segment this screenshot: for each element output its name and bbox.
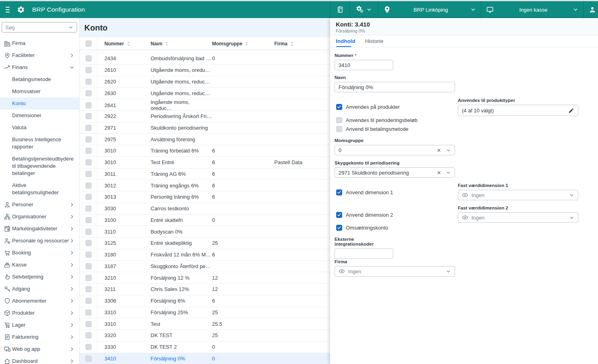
column-header-momsgruppe[interactable]: Momsgruppe	[212, 41, 274, 47]
produkttyper-field[interactable]: (4 af 10 valgt)	[458, 105, 578, 116]
checkbox-row-anvendes-pa-produkter[interactable]: Anvendes på produkter	[336, 104, 400, 110]
sidebar-item[interactable]: Faciliteter	[0, 49, 79, 61]
row-checkbox[interactable]	[86, 125, 92, 131]
table-row[interactable]: 3012 Träning engångs 6% 6	[80, 180, 330, 191]
clear-icon[interactable]: ×	[437, 147, 441, 154]
table-row[interactable]: 3010 Träning förbetald 6% 6	[80, 145, 330, 157]
checkbox[interactable]	[336, 189, 342, 195]
user-button[interactable]	[583, 1, 598, 18]
firma-select[interactable]: Ingen	[335, 266, 455, 277]
sidebar-item[interactable]: Finans	[0, 61, 79, 73]
table-row[interactable]: 3310 Försäljning 25% 25	[80, 307, 330, 319]
table-row[interactable]: 3211 Chris Sales 12% 12	[80, 284, 330, 295]
row-checkbox[interactable]	[86, 148, 92, 154]
sidebar-item[interactable]: Fakturering	[0, 331, 79, 343]
column-header-nummer[interactable]: Nummer	[97, 41, 151, 47]
sidebar-item[interactable]: Selvbetjening	[0, 271, 79, 283]
checkbox[interactable]	[336, 225, 342, 231]
table-row[interactable]: 2922 Periodisering Årskort Fri…	[80, 111, 330, 122]
sidebar-item[interactable]: Personale og ressourcer	[0, 235, 79, 247]
sidebar-item[interactable]: Web og app	[0, 343, 79, 355]
sidebar-item[interactable]: Personer	[0, 199, 79, 211]
checkbox[interactable]	[336, 126, 342, 132]
sidebar-item[interactable]: Momssatser	[0, 85, 79, 98]
row-checkbox[interactable]	[86, 229, 92, 235]
table-row[interactable]: 3125 Entré skattepliktig 25	[80, 238, 330, 249]
facility-selector[interactable]: BRP Linköping	[378, 1, 481, 18]
clear-icon[interactable]: ×	[437, 169, 441, 176]
row-checkbox[interactable]	[86, 136, 92, 142]
tab-indhold[interactable]: Indhold	[336, 38, 355, 44]
row-checkbox[interactable]	[86, 205, 92, 211]
sidebar-item[interactable]: Produkter	[0, 307, 79, 319]
column-header-firma[interactable]: Firma	[274, 41, 330, 47]
sidebar-item[interactable]: Valuta	[0, 122, 79, 134]
table-row[interactable]: 3210 Försäljning 12 % 12	[80, 272, 330, 284]
table-row[interactable]: 2630 Utgående moms, reduc…	[80, 87, 330, 99]
table-row[interactable]: 2975 Avsättning förening	[80, 134, 330, 145]
table-row[interactable]: 3187 Skuggkonto Återförd pe…	[80, 261, 330, 272]
row-checkbox[interactable]	[86, 79, 92, 85]
row-checkbox[interactable]	[86, 356, 92, 362]
table-row[interactable]: 3011 Träning AG 6% 6	[80, 169, 330, 180]
chevron-down-icon[interactable]	[569, 215, 574, 220]
table-row[interactable]: 3110 Bodyscan 0%	[80, 226, 330, 238]
table-row[interactable]: 3030 Carros testkonto	[80, 203, 330, 215]
sidebar-item[interactable]: Firma	[0, 37, 79, 49]
checkbox-row-omsaetningskonto[interactable]: Omsætningskonto	[336, 225, 388, 231]
row-checkbox[interactable]	[86, 55, 92, 61]
table-row[interactable]: 3320 DK TEST 25	[80, 330, 330, 342]
table-row[interactable]: 2620 Utgående moms, reduc…	[80, 76, 330, 88]
table-row[interactable]: 3180 Friskvård 12 mån 6% M… 6	[80, 249, 330, 261]
checkbox-row-betalingsmetode[interactable]: Anvend til betalingsmetode	[336, 126, 408, 132]
navn-input[interactable]	[339, 84, 451, 90]
kasse-selector[interactable]: Ingen kasse	[481, 1, 583, 18]
sort-icon[interactable]	[126, 41, 131, 46]
table-row[interactable]: 2434 Ombudsförsäljning bad … 0	[80, 53, 330, 65]
row-checkbox[interactable]	[86, 263, 92, 269]
sidebar-item[interactable]: Lager	[0, 319, 79, 331]
sidebar-item[interactable]: Betalingstjenesteudbydere til tilbageven…	[0, 153, 79, 179]
sidebar-item[interactable]: Betalingsmetode	[0, 73, 79, 85]
row-checkbox[interactable]	[86, 321, 92, 327]
sort-icon[interactable]	[290, 41, 294, 46]
sidebar-item[interactable]: Abonnementer	[0, 295, 79, 307]
fast-vaerdidimension-1-select[interactable]: Ingen	[458, 190, 578, 200]
row-checkbox[interactable]	[86, 217, 92, 223]
journal-button[interactable]	[330, 1, 349, 18]
sidebar-item[interactable]: Booking	[0, 247, 79, 259]
sidebar-item[interactable]: Dashboard	[0, 355, 79, 364]
row-checkbox[interactable]	[86, 113, 92, 119]
sidebar-item[interactable]: Marketingaktiviteter	[0, 223, 79, 235]
nummer-input[interactable]	[339, 62, 389, 68]
row-checkbox[interactable]	[86, 298, 92, 304]
table-row[interactable]: 3330 DK TEST 2 0	[80, 342, 330, 353]
table-row[interactable]: 3013 Personlig träning 6% 6	[80, 191, 330, 203]
row-checkbox[interactable]	[86, 67, 92, 73]
sidebar-item[interactable]: Business Intelligence rapporter	[0, 134, 79, 153]
row-checkbox[interactable]	[86, 240, 92, 246]
sort-icon[interactable]	[164, 41, 169, 46]
tab-historie[interactable]: Historie	[365, 38, 384, 44]
checkbox[interactable]	[336, 212, 342, 218]
row-checkbox[interactable]	[86, 309, 92, 315]
chevron-down-icon[interactable]	[569, 193, 574, 198]
checkbox-row-dimension-2[interactable]: Anvend dimension 2	[336, 212, 393, 218]
table-row[interactable]: 3410 Försäljning 0% 0	[80, 353, 330, 364]
row-checkbox[interactable]	[86, 90, 92, 96]
row-checkbox[interactable]	[86, 252, 92, 258]
sidebar-item[interactable]: Organisationer	[0, 211, 79, 223]
table-row[interactable]: 2641 Ingående moms, oreduc…	[80, 99, 330, 111]
row-checkbox[interactable]	[86, 275, 92, 281]
table-row[interactable]: 2610 Utgående moms, oredu…	[80, 65, 330, 76]
row-checkbox[interactable]	[86, 344, 92, 350]
table-row[interactable]: 2971 Skuldkonto periodisering	[80, 122, 330, 134]
chevron-down-icon[interactable]	[446, 269, 451, 274]
chevron-down-icon[interactable]	[446, 148, 451, 153]
table-row[interactable]: 3310 Test 25.5	[80, 318, 330, 330]
chevron-down-icon[interactable]	[446, 170, 451, 175]
select-all-checkbox[interactable]	[86, 41, 92, 47]
row-checkbox[interactable]	[86, 332, 92, 338]
row-checkbox[interactable]	[86, 194, 92, 200]
momsgruppe-select[interactable]: 0 ×	[335, 145, 455, 155]
